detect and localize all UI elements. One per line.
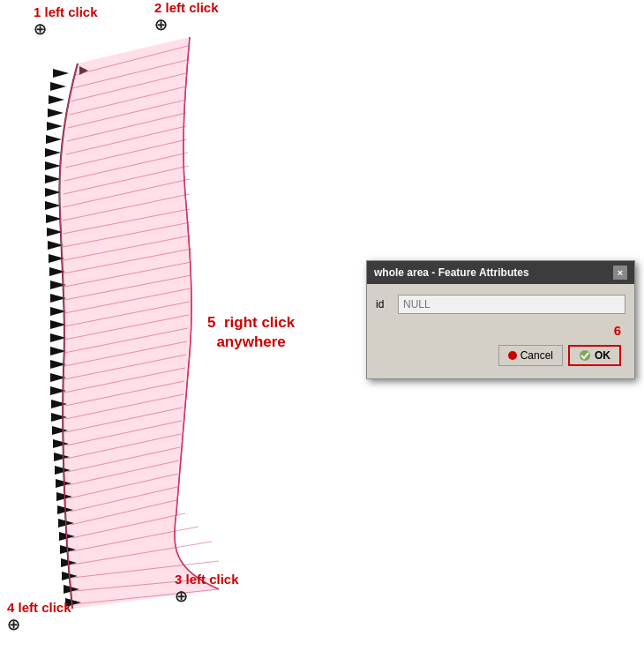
- cancel-button[interactable]: Cancel: [498, 345, 563, 366]
- step-5-label: 5 right clickanywhere: [207, 313, 295, 352]
- svg-marker-48: [45, 161, 61, 170]
- crosshair-4: ⊕: [7, 615, 23, 631]
- svg-marker-41: [53, 69, 69, 78]
- dialog-titlebar: whole area - Feature Attributes ×: [367, 261, 634, 284]
- id-field-label: id: [376, 298, 398, 311]
- id-field-input[interactable]: [398, 295, 625, 314]
- marker-1: 1 left click ⊕: [34, 4, 98, 35]
- crosshair-1: ⊕: [34, 19, 49, 35]
- svg-marker-50: [45, 188, 61, 197]
- svg-marker-42: [50, 82, 66, 91]
- dialog-title: whole area - Feature Attributes: [374, 266, 529, 279]
- step-6-label: 6: [376, 323, 625, 338]
- dialog-body: id 6 Cancel OK: [367, 284, 634, 378]
- svg-marker-49: [45, 175, 61, 183]
- svg-marker-46: [46, 135, 62, 144]
- crosshair-2: ⊕: [154, 15, 170, 31]
- marker-4: 4 left click ⊕: [7, 600, 71, 631]
- ok-label: OK: [595, 349, 610, 362]
- crosshair-3: ⊕: [175, 587, 191, 602]
- ok-icon: [579, 349, 591, 362]
- marker-3: 3 left click ⊕: [175, 572, 239, 602]
- svg-marker-51: [45, 201, 61, 210]
- svg-marker-45: [47, 122, 63, 131]
- cancel-label: Cancel: [520, 349, 553, 362]
- id-field-row: id: [376, 295, 625, 314]
- dialog-close-button[interactable]: ×: [613, 266, 627, 280]
- dialog-buttons: Cancel OK: [376, 341, 625, 371]
- svg-marker-44: [48, 108, 64, 117]
- marker-2: 2 left click ⊕: [154, 0, 219, 31]
- svg-marker-43: [49, 95, 64, 104]
- canvas-area: 1 left click ⊕ 2 left click ⊕ 3 left cli…: [0, 0, 644, 651]
- svg-marker-47: [45, 148, 61, 157]
- svg-point-82: [580, 350, 590, 361]
- ok-button[interactable]: OK: [568, 345, 621, 366]
- feature-attributes-dialog: whole area - Feature Attributes × id 6 C…: [366, 260, 635, 379]
- cancel-icon: [508, 351, 517, 360]
